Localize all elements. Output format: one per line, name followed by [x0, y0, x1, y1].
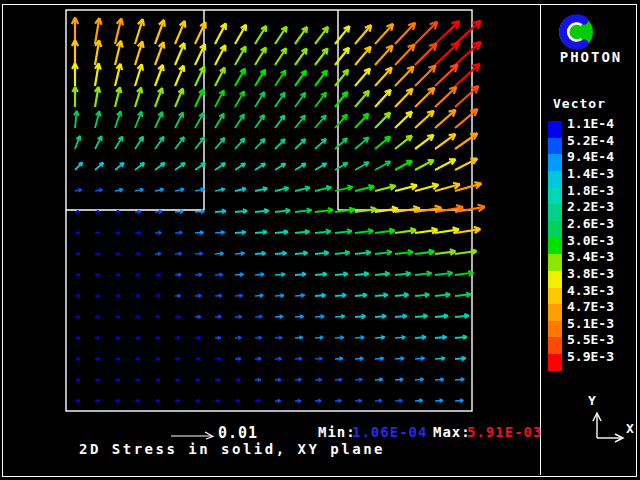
legend-swatch	[548, 188, 562, 205]
photon-viewer-window: PHOTON Vector 1.1E-45.2E-49.4E-41.4E-31.…	[0, 0, 640, 480]
legend-label: 5.1E-3	[567, 317, 614, 331]
legend-label: 2.6E-3	[567, 217, 614, 231]
min-label: Min:	[318, 424, 356, 440]
scale-value-label: 0.01	[218, 424, 258, 442]
vector-field-plot	[0, 0, 640, 480]
photon-logo-icon	[556, 12, 596, 52]
max-value: 5.91E-03	[467, 424, 542, 440]
legend-swatch	[548, 254, 562, 271]
legend-title: Vector	[553, 96, 606, 111]
legend-label: 1.4E-3	[567, 167, 614, 181]
legend-label: 1.1E-4	[567, 117, 614, 131]
y-axis-label: Y	[588, 393, 596, 408]
legend-swatch	[548, 238, 562, 255]
legend-swatch	[548, 154, 562, 171]
legend-label: 5.5E-3	[567, 333, 614, 347]
axis-triad-icon	[593, 413, 623, 442]
legend-label: 3.8E-3	[567, 267, 614, 281]
legend-swatch	[548, 288, 562, 305]
max-label: Max:	[433, 424, 471, 440]
plot-title: 2D Stress in solid, XY plane	[79, 441, 385, 457]
min-value: 1.06E-04	[352, 424, 427, 440]
legend-label: 3.4E-3	[567, 250, 614, 264]
scale-arrow-icon	[171, 432, 213, 439]
legend-label: 2.2E-3	[567, 200, 614, 214]
legend-label: 4.3E-3	[567, 284, 614, 298]
legend-label: 5.2E-4	[567, 134, 614, 148]
legend-label: 1.8E-3	[567, 184, 614, 198]
legend-swatch	[548, 321, 562, 338]
legend-swatch	[548, 304, 562, 321]
legend-label: 9.4E-4	[567, 150, 614, 164]
legend-swatch	[548, 171, 562, 188]
legend-swatch	[548, 138, 562, 155]
legend-label: 5.9E-3	[567, 350, 614, 364]
legend-swatch	[548, 354, 562, 371]
legend-swatch	[548, 221, 562, 238]
legend-swatch	[548, 121, 562, 138]
legend-label: 3.0E-3	[567, 234, 614, 248]
legend-swatch	[548, 204, 562, 221]
app-name: PHOTON	[548, 49, 634, 65]
x-axis-label: X	[626, 421, 634, 436]
legend-label: 4.7E-3	[567, 300, 614, 314]
legend-swatch	[548, 337, 562, 354]
legend-swatch	[548, 271, 562, 288]
